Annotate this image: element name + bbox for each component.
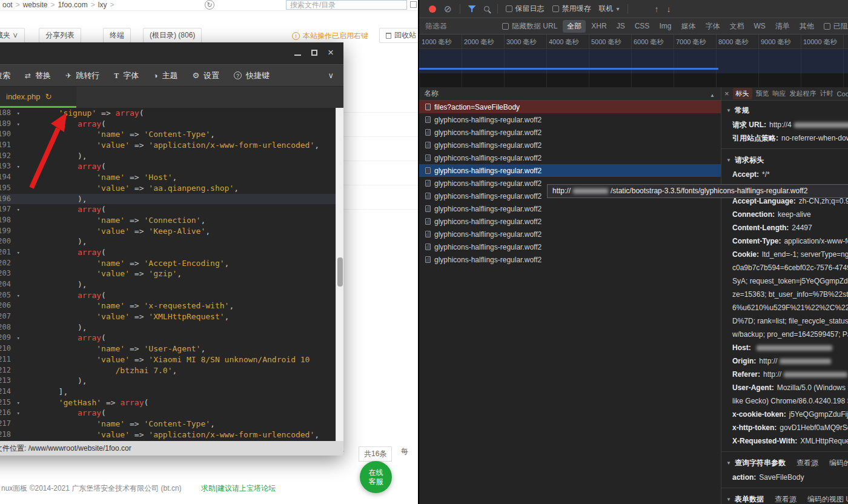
code-line[interactable]: 207 'value' => 'XMLHttpRequest', xyxy=(0,311,343,322)
disclosure-triangle-icon[interactable]: ▼ xyxy=(726,158,731,163)
code-line[interactable]: 216▾ array( xyxy=(0,408,343,419)
record-icon[interactable] xyxy=(429,5,436,13)
code-line[interactable]: 196 ), xyxy=(0,194,343,205)
search-icon[interactable] xyxy=(484,6,489,12)
fold-caret-icon[interactable]: ▾ xyxy=(17,291,20,302)
code-line[interactable]: 193▾ array( xyxy=(0,161,343,172)
code-area[interactable]: 188▾ 'signup' => array(189▾ array(190 'n… xyxy=(0,108,343,441)
section-link[interactable]: 查看源 xyxy=(797,458,818,468)
fold-caret-icon[interactable]: ▾ xyxy=(17,333,20,344)
code-line[interactable]: 195 'value' => 'aa.qianpeng.shop', xyxy=(0,183,343,194)
fold-caret-icon[interactable]: ▾ xyxy=(17,398,20,409)
file-toolbar-button[interactable]: 收藏夹 ∨ xyxy=(0,28,25,43)
detail-tab-Cookie[interactable]: Cookie xyxy=(837,90,848,98)
filter-pill-媒体[interactable]: 媒体 xyxy=(677,20,700,33)
request-row[interactable]: glyphicons-halflings-regular.woff2 xyxy=(419,202,721,215)
blocked-cookies-checkbox[interactable]: 已阻止 C xyxy=(824,21,848,31)
breadcrumb-item[interactable]: 1foo.com xyxy=(58,1,87,9)
code-line[interactable]: 189▾ array( xyxy=(0,119,343,130)
code-line[interactable]: 197▾ array( xyxy=(0,204,343,215)
section-header[interactable]: ▼常规 xyxy=(721,101,848,118)
code-line[interactable]: 190 'name' => 'Content-Type', xyxy=(0,129,343,140)
section-link[interactable]: 查看源 xyxy=(775,494,797,504)
footer-forum-link[interactable]: 求助|建议请上宝塔论坛 xyxy=(201,483,276,494)
filter-pill-其他[interactable]: 其他 xyxy=(795,20,818,33)
detail-tab-发起程序[interactable]: 发起程序 xyxy=(790,89,817,98)
editor-tool-goto[interactable]: 跳转行 xyxy=(58,65,107,87)
filter-icon[interactable] xyxy=(468,5,476,12)
export-har-icon[interactable]: ↓ xyxy=(667,4,671,14)
code-line[interactable]: 213 ), xyxy=(0,376,343,386)
preserve-log-checkbox[interactable]: 保留日志 xyxy=(506,4,545,14)
editor-tool-theme[interactable]: 主题 xyxy=(146,65,185,87)
code-line[interactable]: 202 'name' => 'Accept-Encoding', xyxy=(0,258,343,269)
network-overview[interactable] xyxy=(419,49,848,87)
code-line[interactable]: 214 ], xyxy=(0,386,343,397)
breadcrumb-item[interactable]: lxy xyxy=(98,1,107,9)
disclosure-triangle-icon[interactable]: ▼ xyxy=(726,497,731,502)
close-icon[interactable]: × xyxy=(328,50,334,56)
editor-titlebar[interactable]: × xyxy=(0,42,343,64)
checkbox-icon[interactable] xyxy=(506,5,512,12)
editor-tool-font[interactable]: 字体 xyxy=(107,65,146,87)
checkbox-icon[interactable] xyxy=(552,5,559,12)
code-line[interactable]: 198 'name' => 'Connection', xyxy=(0,215,343,226)
code-line[interactable]: 192 ), xyxy=(0,151,343,162)
code-line[interactable]: 208 ), xyxy=(0,322,343,333)
filter-pill-全部[interactable]: 全部 xyxy=(563,20,586,33)
minimize-icon[interactable] xyxy=(294,50,301,56)
code-line[interactable]: 215▾ 'getHash' => array( xyxy=(0,397,343,408)
filter-pill-Img[interactable]: Img xyxy=(655,21,675,31)
filter-pill-文档[interactable]: 文档 xyxy=(725,20,748,33)
maximize-icon[interactable] xyxy=(311,50,317,56)
detail-tab-响应[interactable]: 响应 xyxy=(773,89,786,98)
fold-caret-icon[interactable]: ▾ xyxy=(17,108,20,119)
code-line[interactable]: 209▾ array( xyxy=(0,333,343,343)
code-line[interactable]: 201▾ array( xyxy=(0,247,343,258)
code-line[interactable]: 218 'value' => 'application/x-www-form-u… xyxy=(0,429,343,440)
fold-caret-icon[interactable]: ▾ xyxy=(17,248,20,259)
recycle-bin-button[interactable]: 回收站 xyxy=(379,28,423,43)
editor-tool-hotkeys[interactable]: 快捷键 xyxy=(227,65,277,87)
editor-scrollbar[interactable] xyxy=(336,108,343,441)
file-toolbar-button[interactable]: (根目录) (806) xyxy=(143,28,202,43)
filter-pill-清单[interactable]: 清单 xyxy=(771,20,794,33)
file-toolbar-button[interactable]: 终端 xyxy=(103,28,131,43)
section-link[interactable]: 编码的视图 URL xyxy=(829,458,848,468)
clear-icon[interactable]: ⊘ xyxy=(444,4,452,13)
corner-checkbox[interactable] xyxy=(410,1,417,8)
editor-scrollbar-thumb[interactable] xyxy=(337,257,343,287)
close-icon[interactable]: × xyxy=(724,89,729,98)
request-row[interactable]: files?action=SaveFileBody xyxy=(419,101,721,113)
chevron-down-icon[interactable]: ∨ xyxy=(328,71,334,80)
code-line[interactable]: 206 'name' => 'x-requested-with', xyxy=(0,300,343,311)
section-header[interactable]: ▼查询字符串参数查看源编码的视图 URL xyxy=(721,453,848,471)
request-row[interactable]: glyphicons-halflings-regular.woff2 xyxy=(419,215,721,228)
throttling-select[interactable]: 联机 ▾ xyxy=(599,4,620,14)
import-har-icon[interactable]: ↑ xyxy=(655,4,659,14)
fold-caret-icon[interactable]: ▾ xyxy=(17,119,20,130)
filter-pill-字体[interactable]: 字体 xyxy=(701,20,724,33)
code-line[interactable]: 205▾ array( xyxy=(0,290,343,301)
filter-pill-WS[interactable]: WS xyxy=(749,21,769,31)
tab-index-php[interactable]: index.php ↻ xyxy=(0,87,76,107)
code-line[interactable]: 200 ), xyxy=(0,236,343,247)
section-header[interactable]: ▼表单数据查看源编码的视图 URL xyxy=(721,489,848,504)
filter-input[interactable] xyxy=(425,22,497,30)
code-line[interactable]: 203 'value' => 'gzip', xyxy=(0,268,343,279)
request-row[interactable]: glyphicons-halflings-regular.woff2 xyxy=(419,113,721,126)
fold-caret-icon[interactable]: ▾ xyxy=(17,162,20,173)
code-line[interactable]: 212 /btzhai 7.0', xyxy=(0,365,343,376)
code-line[interactable]: 191 'value' => 'application/x-www-form-u… xyxy=(0,140,343,151)
detail-tab-预览[interactable]: 预览 xyxy=(756,89,769,98)
request-row[interactable]: glyphicons-halflings-regular.woff2 xyxy=(419,253,721,266)
code-line[interactable]: 199 'value' => 'Keep-Alive', xyxy=(0,226,343,237)
tab-refresh-icon[interactable]: ↻ xyxy=(45,92,51,101)
detail-tab-标头[interactable]: 标头 xyxy=(733,88,752,99)
file-toolbar-button[interactable]: 分享列表 xyxy=(39,28,81,43)
section-header[interactable]: ▼请求标头 xyxy=(721,150,848,168)
disable-cache-checkbox[interactable]: 禁用缓存 xyxy=(552,4,591,14)
search-input[interactable] xyxy=(286,0,407,10)
breadcrumb-item[interactable]: oot xyxy=(2,1,13,9)
request-row[interactable]: glyphicons-halflings-regular.woff2 xyxy=(419,240,721,253)
